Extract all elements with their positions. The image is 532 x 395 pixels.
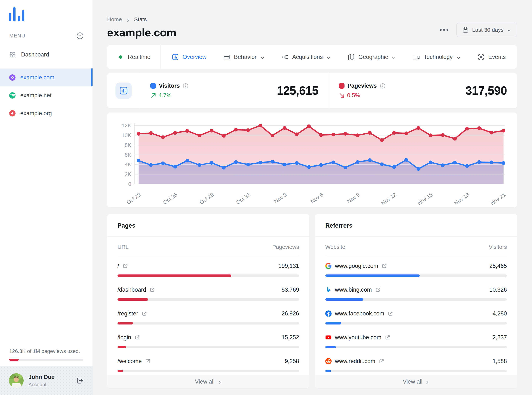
tab-label: Behavior <box>234 54 256 60</box>
pages-title: Pages <box>107 214 309 237</box>
user-name: John Doe <box>28 374 55 380</box>
main-content: Home Stats example.com Last 30 days Real… <box>93 0 532 395</box>
external-link-icon <box>123 263 128 269</box>
row-value: 53,769 <box>281 286 299 293</box>
more-options-icon[interactable] <box>439 28 449 32</box>
site-label: example.org <box>20 110 52 117</box>
table-row: www.bing.com10,326 <box>325 280 507 304</box>
referrers-view-all-button[interactable]: View all <box>315 375 517 388</box>
table-row: www.reddit.com1,588 <box>325 351 507 375</box>
external-link-icon <box>387 311 393 316</box>
row-link[interactable]: /login <box>118 334 140 341</box>
visitors-stat: Visitors 4.7% 125,615 <box>140 82 329 99</box>
svg-text:12K: 12K <box>122 123 131 128</box>
tab-realtime[interactable]: Realtime <box>107 45 161 69</box>
tab-behavior[interactable]: Behavior <box>223 54 264 60</box>
reddit-icon <box>325 358 332 364</box>
breadcrumb: Home Stats <box>107 16 176 22</box>
pageviews-swatch <box>339 83 345 89</box>
svg-text:4K: 4K <box>125 161 131 167</box>
site-favicon-icon <box>9 74 16 81</box>
external-link-icon <box>141 311 147 316</box>
external-link-icon <box>385 335 390 340</box>
row-bar <box>325 370 507 372</box>
row-bar <box>325 322 507 324</box>
row-label: / <box>118 263 119 269</box>
sidebar-item-example.com[interactable]: example.com <box>0 68 93 86</box>
tab-bar: RealtimeOverviewBehaviorAcquisitionsGeog… <box>107 45 517 69</box>
breadcrumb-home[interactable]: Home <box>107 16 122 22</box>
row-bar <box>118 298 299 301</box>
view-all-label: View all <box>195 379 214 385</box>
row-value: 26,926 <box>281 310 299 317</box>
tab-events[interactable]: Events <box>477 54 506 60</box>
row-value: 10,326 <box>489 286 507 293</box>
info-icon[interactable] <box>183 83 188 89</box>
external-link-icon <box>145 358 151 364</box>
usage-text: 126.3K of 1M pageviews used. <box>9 348 83 354</box>
referrers-col-visitors: Visitors <box>489 244 507 250</box>
chevron-down-icon <box>456 55 461 59</box>
info-icon[interactable] <box>380 83 386 89</box>
logout-icon[interactable] <box>76 376 84 385</box>
pages-col-url: URL <box>118 244 129 250</box>
chevron-down-icon <box>326 55 331 59</box>
svg-text:Nov 21: Nov 21 <box>489 192 507 206</box>
site-list: example.comexample.netexample.org <box>0 68 93 122</box>
row-link[interactable]: www.facebook.com <box>325 310 393 317</box>
row-link[interactable]: /register <box>118 310 147 317</box>
row-link[interactable]: / <box>118 263 128 269</box>
row-label: www.youtube.com <box>335 334 381 341</box>
svg-text:Nov 3: Nov 3 <box>273 192 288 204</box>
visitors-value: 125,615 <box>277 84 318 98</box>
svg-text:Nov 12: Nov 12 <box>380 192 397 206</box>
stats-card: Visitors 4.7% 125,615 Pageviews <box>107 73 517 108</box>
row-link[interactable]: /dashboard <box>118 286 155 293</box>
date-range-label: Last 30 days <box>472 27 504 33</box>
theme-toggle-icon[interactable] <box>76 32 84 40</box>
svg-text:0: 0 <box>128 181 131 187</box>
row-label: www.facebook.com <box>335 310 384 317</box>
table-row: /dashboard53,769 <box>118 280 299 304</box>
traffic-chart: 02K4K6K8K10K12K Oct 22Oct 25Oct 28Oct 31… <box>112 119 510 206</box>
row-link[interactable]: www.bing.com <box>325 286 381 293</box>
google-icon <box>325 263 332 269</box>
date-range-button[interactable]: Last 30 days <box>456 23 517 37</box>
chevron-down-icon <box>392 55 396 59</box>
chevron-down-icon <box>260 55 265 59</box>
sidebar-item-dashboard[interactable]: Dashboard <box>0 47 93 63</box>
row-value: 199,131 <box>278 263 299 269</box>
table-row: /login15,252 <box>118 327 299 351</box>
sidebar-item-example.org[interactable]: example.org <box>0 104 93 122</box>
chevron-right-icon <box>425 379 430 384</box>
svg-text:Oct 22: Oct 22 <box>125 192 142 205</box>
row-link[interactable]: www.google.com <box>325 263 387 269</box>
tab-technology[interactable]: Technology <box>413 54 461 60</box>
sidebar-divider <box>0 66 93 66</box>
geographic-icon <box>348 54 355 60</box>
tab-label: Geographic <box>358 54 388 60</box>
row-link[interactable]: www.youtube.com <box>325 334 390 341</box>
account-section[interactable]: John Doe Account <box>0 366 93 395</box>
bing-icon <box>325 287 332 293</box>
table-row: /register26,926 <box>118 304 299 327</box>
overview-icon <box>172 54 179 60</box>
trend-down-icon <box>339 93 345 98</box>
pages-panel: Pages URL Pageviews /199,131/dashboard53… <box>107 214 309 388</box>
pages-view-all-button[interactable]: View all <box>107 375 309 388</box>
row-label: /login <box>118 334 131 341</box>
tab-overview[interactable]: Overview <box>172 54 206 60</box>
row-label: www.bing.com <box>335 286 372 293</box>
avatar <box>9 373 24 388</box>
tab-acquisitions[interactable]: Acquisitions <box>281 54 331 60</box>
row-link[interactable]: www.reddit.com <box>325 358 384 365</box>
sidebar: MENU Dashboard example.comexample.netexa… <box>0 0 93 395</box>
sidebar-item-example.net[interactable]: example.net <box>0 86 93 104</box>
site-favicon-icon <box>9 92 16 99</box>
page-title: example.com <box>107 26 176 39</box>
row-link[interactable]: /welcome <box>118 358 151 365</box>
tab-geographic[interactable]: Geographic <box>348 54 396 60</box>
chart-badge-icon <box>115 82 132 99</box>
menu-label: MENU <box>9 33 26 39</box>
dashboard-grid-icon <box>9 51 16 58</box>
